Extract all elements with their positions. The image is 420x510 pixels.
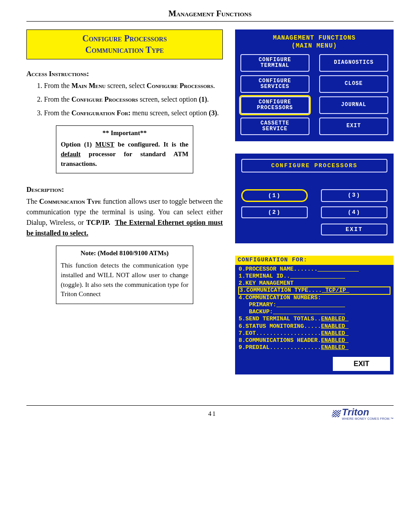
access-step-2: From the Configure Processors screen, se… (44, 94, 223, 105)
section-title-box: Configure Processors Communication Type (26, 29, 223, 59)
main-menu-title: MANAGEMENT FUNCTIONS (MAIN MENU) (240, 34, 388, 50)
btn-close[interactable]: CLOSE (319, 75, 388, 93)
btn-processor-1[interactable]: (1) (241, 189, 308, 202)
note-box: Note: (Model 8100/9100 ATMs) This functi… (56, 246, 193, 304)
page-footer: 41 Triton WHERE MONEY COMES FROM.™ (26, 405, 394, 420)
important-title: ** Important** (61, 128, 188, 138)
config-line: 0.PROCESSOR NAME.......____________ (239, 266, 390, 273)
btn-processor-4[interactable]: (4) (321, 206, 387, 218)
triton-logo: Triton WHERE MONEY COMES FROM.™ (332, 407, 394, 420)
description-paragraph: The Communication Type function allows u… (26, 196, 223, 238)
config-line: 1.TERMINAL ID..________________ (239, 273, 390, 280)
config-line: 7.EOT...................ENABLED (239, 330, 390, 337)
config-line: 9.PREDIAL...............ENABLED (239, 344, 390, 351)
btn-exit-configuration[interactable]: EXIT (333, 357, 390, 371)
page-header: Management Functions (26, 9, 394, 22)
important-body: Option (1) MUST be configured. It is the… (61, 140, 188, 169)
important-box: ** Important** Option (1) MUST be config… (56, 125, 193, 173)
access-step-3: From the Configuration For: menu screen,… (44, 108, 223, 119)
logo-name: Triton (342, 407, 369, 417)
config-line: 5.SEND TERMINAL TOTALS..ENABLED (239, 316, 390, 323)
btn-configure-terminal[interactable]: CONFIGURE TERMINAL (240, 54, 309, 72)
configure-processors-title: CONFIGURE PROCESSORS (241, 159, 387, 172)
btn-exit-main[interactable]: EXIT (319, 117, 388, 135)
config-line: 8.COMMUNICATIONS HEADER.ENABLED (239, 337, 390, 344)
configure-processors-grid: (1) (3) (2) (4) (241, 189, 387, 218)
access-step-1: From the Main Menu screen, select Config… (44, 81, 223, 92)
btn-processor-2[interactable]: (2) (241, 206, 308, 218)
configuration-for-header: CONFIGURATION FOR: (235, 256, 394, 264)
config-line: BACKUP: ___________________ (239, 308, 390, 316)
section-title-line1: Configure Processors (30, 33, 219, 44)
configuration-for-lines: 0.PROCESSOR NAME.......____________1.TER… (235, 265, 394, 354)
logo-stripes-icon (331, 410, 341, 417)
config-line: PRIMARY: ___________________ (239, 301, 390, 308)
access-instructions-heading: Access Instructions: (26, 70, 223, 78)
config-line: 3.COMMUNICATION TYPE.... TCP/IP (239, 287, 390, 294)
main-menu-screen: MANAGEMENT FUNCTIONS (MAIN MENU) CONFIGU… (235, 29, 394, 141)
configuration-for-screen: CONFIGURATION FOR: 0.PROCESSOR NAME.....… (235, 256, 394, 374)
btn-cassette-service[interactable]: CASSETTE SERVICE (240, 117, 309, 135)
btn-journal[interactable]: JOURNAL (319, 96, 388, 114)
btn-diagnostics[interactable]: DIAGNOSTICS (319, 54, 388, 72)
logo-tagline: WHERE MONEY COMES FROM.™ (342, 417, 394, 420)
main-menu-grid: CONFIGURE TERMINAL DIAGNOSTICS CONFIGURE… (240, 54, 388, 135)
note-body: This function detects the communication … (61, 261, 188, 299)
config-line: 2.KEY MANAGEMENT (239, 280, 390, 287)
configure-processors-screen: CONFIGURE PROCESSORS (1) (3) (2) (4) EXI… (235, 154, 394, 243)
section-title-line2: Communication Type (30, 44, 219, 55)
config-line: 6.STATUS MONITORING.....ENABLED (239, 323, 390, 330)
config-line: 4.COMMUNICATION NUMBERS: (239, 294, 390, 301)
description-heading: Description: (26, 186, 223, 194)
access-steps-list: From the Main Menu screen, select Config… (26, 81, 223, 118)
note-title: Note: (Model 8100/9100 ATMs) (61, 249, 188, 258)
btn-configure-services[interactable]: CONFIGURE SERVICES (240, 75, 309, 93)
btn-exit-processors[interactable]: EXIT (321, 224, 387, 235)
btn-processor-3[interactable]: (3) (321, 189, 387, 202)
page-number: 41 (92, 410, 332, 418)
btn-configure-processors[interactable]: CONFIGURE PROCESSORS (240, 96, 309, 114)
